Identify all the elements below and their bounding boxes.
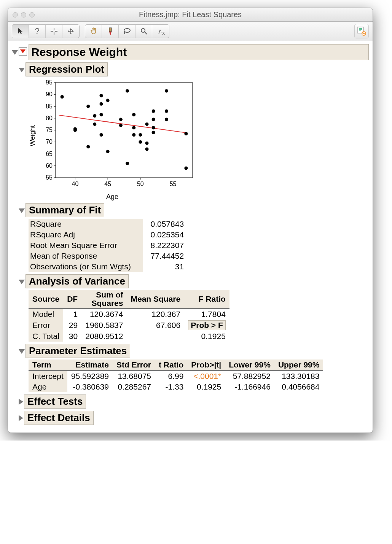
- svg-point-5: [362, 31, 366, 36]
- sof-value: 0.057843: [143, 219, 187, 229]
- tool-group-annotate: y↑x: [85, 24, 169, 38]
- sof-value: 8.222307: [143, 240, 187, 251]
- svg-point-60: [152, 118, 155, 121]
- sof-value: 77.44452: [143, 251, 187, 261]
- svg-rect-0: [109, 28, 112, 32]
- summary-of-fit-table: RSquare0.057843RSquare Adj0.025354Root M…: [29, 219, 187, 272]
- svg-point-38: [86, 105, 90, 108]
- crosshair-tool[interactable]: [46, 25, 62, 38]
- svg-text:65: 65: [46, 151, 53, 157]
- prob-f-label: Prob > F: [188, 320, 226, 330]
- lasso-tool[interactable]: [119, 25, 135, 38]
- svg-text:50: 50: [137, 181, 144, 187]
- titlebar: Fitness.jmp: Fit Least Squares: [8, 8, 373, 22]
- svg-point-41: [100, 94, 103, 97]
- svg-text:70: 70: [46, 138, 53, 145]
- disclosure-sof[interactable]: [19, 208, 25, 213]
- window-controls: [13, 12, 35, 17]
- disclosure-response[interactable]: [12, 50, 18, 55]
- disclosure-regplot[interactable]: [19, 68, 25, 72]
- svg-point-2: [141, 29, 145, 32]
- svg-point-52: [132, 126, 135, 129]
- tool-group-select: ?: [12, 24, 80, 38]
- svg-text:55: 55: [170, 181, 177, 187]
- svg-point-43: [100, 113, 103, 116]
- pe-term: Age: [29, 382, 67, 392]
- svg-point-65: [165, 118, 168, 121]
- axis-tool[interactable]: y↑x: [152, 25, 169, 38]
- brush-tool[interactable]: [102, 25, 119, 38]
- disclosure-pe[interactable]: [19, 349, 25, 354]
- x-axis-label: Age: [29, 193, 196, 201]
- svg-point-61: [152, 126, 155, 129]
- pan-tool[interactable]: [62, 25, 79, 38]
- disclosure-anova[interactable]: [19, 280, 25, 284]
- rerun-script-button[interactable]: [354, 24, 369, 38]
- svg-point-57: [145, 142, 149, 145]
- param-est-header: Parameter Estimates: [25, 344, 130, 358]
- zoom-window-button[interactable]: [29, 12, 35, 17]
- svg-point-63: [165, 89, 168, 92]
- svg-point-53: [132, 133, 135, 137]
- disclosure-effect-tests[interactable]: [19, 399, 23, 405]
- sof-label: RSquare: [29, 219, 143, 229]
- anova-header: Analysis of Variance: [25, 274, 129, 288]
- svg-point-56: [145, 122, 149, 126]
- hand-tool[interactable]: [85, 25, 102, 38]
- svg-point-45: [106, 99, 110, 102]
- svg-point-64: [165, 110, 168, 113]
- svg-text:75: 75: [46, 127, 53, 133]
- svg-text:60: 60: [46, 162, 53, 169]
- disclosure-effect-details[interactable]: [19, 415, 23, 421]
- svg-point-36: [73, 129, 77, 132]
- regression-plot[interactable]: Weight 55606570758085909540455055 Age: [29, 79, 369, 201]
- col-source: Source: [29, 290, 63, 309]
- svg-text:90: 90: [46, 91, 53, 97]
- anova-source: Model: [29, 309, 63, 320]
- scatter-plot[interactable]: 55606570758085909540455055: [37, 79, 196, 193]
- hotspot-response[interactable]: [19, 47, 27, 56]
- param-est-table: Term Estimate Std Error t Ratio Prob>|t|…: [29, 359, 323, 392]
- zoom-tool[interactable]: [135, 25, 152, 38]
- anova-table: Source DF Sum ofSquares Mean Square F Ra…: [29, 290, 229, 342]
- toolbar: ? y↑x: [8, 22, 373, 41]
- sof-label: RSquare Adj: [29, 229, 143, 240]
- col-df: DF: [63, 290, 81, 309]
- arrow-tool[interactable]: [12, 25, 29, 38]
- svg-text:40: 40: [72, 181, 79, 187]
- sof-label: Root Mean Square Error: [29, 240, 143, 251]
- svg-point-42: [100, 102, 103, 106]
- svg-line-3: [145, 32, 147, 34]
- prob-f-value: 0.1925: [184, 331, 229, 342]
- window-title: Fitness.jmp: Fit Least Squares: [12, 10, 369, 19]
- close-window-button[interactable]: [13, 12, 18, 17]
- svg-point-40: [93, 122, 96, 126]
- app-window: Fitness.jmp: Fit Least Squares ?: [8, 8, 373, 433]
- col-ms: Mean Square: [127, 290, 184, 309]
- svg-point-50: [126, 162, 129, 165]
- svg-point-58: [145, 148, 149, 151]
- svg-point-44: [100, 133, 103, 137]
- sof-value: 0.025354: [143, 229, 187, 240]
- svg-text:95: 95: [46, 79, 53, 86]
- svg-point-62: [152, 131, 155, 134]
- svg-point-48: [119, 118, 123, 121]
- svg-point-55: [139, 140, 142, 144]
- effect-tests-header: Effect Tests: [24, 394, 86, 409]
- minimize-window-button[interactable]: [21, 12, 26, 17]
- svg-point-34: [61, 95, 64, 99]
- svg-point-47: [119, 124, 123, 127]
- svg-text:45: 45: [104, 181, 111, 187]
- svg-point-67: [184, 167, 188, 170]
- sof-label: Mean of Response: [29, 251, 143, 261]
- sof-label: Observations (or Sum Wgts): [29, 261, 143, 272]
- svg-point-1: [124, 29, 130, 32]
- effect-details-header: Effect Details: [24, 411, 94, 425]
- col-ss: Sum ofSquares: [81, 290, 127, 309]
- regression-plot-header: Regression Plot: [25, 62, 108, 76]
- response-header: Response Weight: [29, 44, 369, 60]
- summary-of-fit-header: Summary of Fit: [25, 203, 104, 217]
- svg-point-46: [106, 150, 110, 153]
- help-tool[interactable]: ?: [29, 25, 46, 38]
- pe-term: Intercept: [29, 371, 67, 382]
